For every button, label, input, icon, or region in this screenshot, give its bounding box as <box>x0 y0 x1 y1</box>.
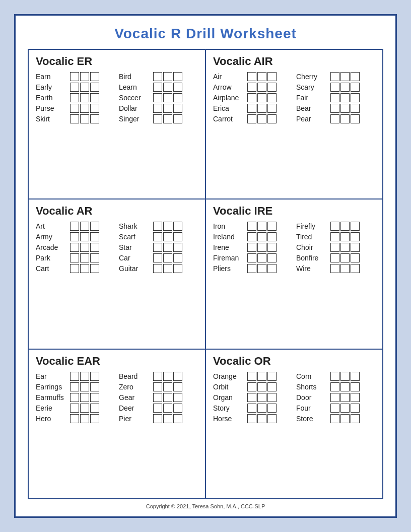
drill-box[interactable] <box>351 104 360 113</box>
drill-box[interactable] <box>173 404 182 413</box>
drill-box[interactable] <box>173 72 182 81</box>
drill-box[interactable] <box>340 93 350 102</box>
drill-box[interactable] <box>70 222 79 231</box>
drill-box[interactable] <box>330 414 339 423</box>
drill-box[interactable] <box>330 243 339 252</box>
drill-box[interactable] <box>163 382 172 391</box>
drill-box[interactable] <box>163 114 172 123</box>
drill-box[interactable] <box>340 243 350 252</box>
drill-box[interactable] <box>247 253 256 262</box>
drill-box[interactable] <box>163 414 172 423</box>
drill-box[interactable] <box>247 414 256 423</box>
drill-box[interactable] <box>90 243 99 252</box>
drill-box[interactable] <box>80 372 89 381</box>
drill-box[interactable] <box>330 404 339 413</box>
drill-box[interactable] <box>351 72 360 81</box>
drill-box[interactable] <box>330 382 339 391</box>
drill-box[interactable] <box>173 243 182 252</box>
drill-box[interactable] <box>173 382 182 391</box>
drill-box[interactable] <box>330 393 339 402</box>
drill-box[interactable] <box>351 83 360 92</box>
drill-box[interactable] <box>267 232 277 241</box>
drill-box[interactable] <box>330 104 339 113</box>
drill-box[interactable] <box>247 222 256 231</box>
drill-box[interactable] <box>90 414 99 423</box>
drill-box[interactable] <box>247 232 256 241</box>
drill-box[interactable] <box>153 393 162 402</box>
drill-box[interactable] <box>153 414 162 423</box>
drill-box[interactable] <box>80 253 89 262</box>
drill-box[interactable] <box>153 72 162 81</box>
drill-box[interactable] <box>351 232 360 241</box>
drill-box[interactable] <box>247 93 256 102</box>
drill-box[interactable] <box>247 264 256 273</box>
drill-box[interactable] <box>163 222 172 231</box>
drill-box[interactable] <box>267 414 277 423</box>
drill-box[interactable] <box>330 232 339 241</box>
drill-box[interactable] <box>80 83 89 92</box>
drill-box[interactable] <box>267 222 277 231</box>
drill-box[interactable] <box>340 83 350 92</box>
drill-box[interactable] <box>330 253 339 262</box>
drill-box[interactable] <box>153 264 162 273</box>
drill-box[interactable] <box>70 382 79 391</box>
drill-box[interactable] <box>90 104 99 113</box>
drill-box[interactable] <box>163 372 172 381</box>
drill-box[interactable] <box>257 404 266 413</box>
drill-box[interactable] <box>247 243 256 252</box>
drill-box[interactable] <box>340 104 350 113</box>
drill-box[interactable] <box>153 253 162 262</box>
drill-box[interactable] <box>257 264 266 273</box>
drill-box[interactable] <box>351 414 360 423</box>
drill-box[interactable] <box>163 72 172 81</box>
drill-box[interactable] <box>267 104 277 113</box>
drill-box[interactable] <box>257 104 266 113</box>
drill-box[interactable] <box>90 72 99 81</box>
drill-box[interactable] <box>80 414 89 423</box>
drill-box[interactable] <box>163 93 172 102</box>
drill-box[interactable] <box>340 232 350 241</box>
drill-box[interactable] <box>70 232 79 241</box>
drill-box[interactable] <box>340 72 350 81</box>
drill-box[interactable] <box>163 393 172 402</box>
drill-box[interactable] <box>90 382 99 391</box>
drill-box[interactable] <box>351 264 360 273</box>
drill-box[interactable] <box>257 372 266 381</box>
drill-box[interactable] <box>247 72 256 81</box>
drill-box[interactable] <box>163 264 172 273</box>
drill-box[interactable] <box>163 104 172 113</box>
drill-box[interactable] <box>90 114 99 123</box>
drill-box[interactable] <box>70 372 79 381</box>
drill-box[interactable] <box>70 114 79 123</box>
drill-box[interactable] <box>90 83 99 92</box>
drill-box[interactable] <box>351 93 360 102</box>
drill-box[interactable] <box>173 114 182 123</box>
drill-box[interactable] <box>330 264 339 273</box>
drill-box[interactable] <box>340 114 350 123</box>
drill-box[interactable] <box>351 372 360 381</box>
drill-box[interactable] <box>70 393 79 402</box>
drill-box[interactable] <box>340 253 350 262</box>
drill-box[interactable] <box>267 372 277 381</box>
drill-box[interactable] <box>247 104 256 113</box>
drill-box[interactable] <box>163 243 172 252</box>
drill-box[interactable] <box>340 222 350 231</box>
drill-box[interactable] <box>267 393 277 402</box>
drill-box[interactable] <box>247 372 256 381</box>
drill-box[interactable] <box>257 382 266 391</box>
drill-box[interactable] <box>90 253 99 262</box>
drill-box[interactable] <box>173 253 182 262</box>
drill-box[interactable] <box>247 114 256 123</box>
drill-box[interactable] <box>257 243 266 252</box>
drill-box[interactable] <box>163 253 172 262</box>
drill-box[interactable] <box>267 264 277 273</box>
drill-box[interactable] <box>173 83 182 92</box>
drill-box[interactable] <box>173 93 182 102</box>
drill-box[interactable] <box>257 232 266 241</box>
drill-box[interactable] <box>153 372 162 381</box>
drill-box[interactable] <box>257 222 266 231</box>
drill-box[interactable] <box>80 393 89 402</box>
drill-box[interactable] <box>80 232 89 241</box>
drill-box[interactable] <box>351 404 360 413</box>
drill-box[interactable] <box>330 114 339 123</box>
